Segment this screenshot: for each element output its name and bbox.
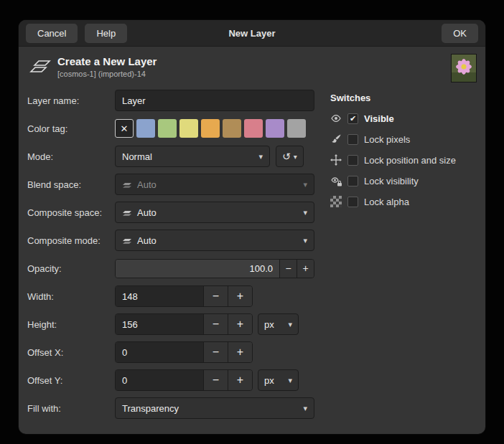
height-label: Height: xyxy=(27,319,115,330)
size-unit-dropdown[interactable]: px ▾ xyxy=(258,313,299,335)
composite-mode-dropdown[interactable]: Auto ▾ xyxy=(115,230,314,251)
chevron-down-icon: ▾ xyxy=(297,404,307,413)
layer-name-row: Layer name: xyxy=(27,90,320,111)
header-subtitle: [cosmos-1] (imported)-14 xyxy=(57,70,157,78)
header-title: Create a New Layer xyxy=(57,54,157,67)
height-increment-button[interactable]: + xyxy=(228,314,252,334)
lock-position-checkbox[interactable] xyxy=(347,155,358,166)
opacity-label: Opacity: xyxy=(27,263,115,274)
width-decrement-button[interactable]: − xyxy=(203,286,228,306)
offset-y-increment-button[interactable]: + xyxy=(228,370,252,390)
lock-visibility-checkbox[interactable] xyxy=(347,176,358,186)
lock-pixels-label: Lock pixels xyxy=(364,134,410,145)
switch-lock-alpha: Lock alpha xyxy=(330,196,477,207)
composite-space-label: Composite space: xyxy=(27,207,115,218)
mode-reset-button[interactable]: ↺ ▾ xyxy=(276,146,304,167)
offset-y-label: Offset Y: xyxy=(27,375,115,386)
color-tag-brown[interactable] xyxy=(223,119,241,138)
fill-with-value: Transparency xyxy=(122,403,179,414)
opacity-decrement-button[interactable]: − xyxy=(279,260,297,278)
ok-button[interactable]: OK xyxy=(442,24,478,43)
color-tag-blue[interactable] xyxy=(136,119,155,138)
switches-heading: Switches xyxy=(330,93,477,103)
visible-label: Visible xyxy=(364,113,394,124)
composite-space-value: Auto xyxy=(137,207,157,218)
titlebar: Cancel Help New Layer OK xyxy=(19,20,485,47)
lock-alpha-label: Lock alpha xyxy=(364,197,409,207)
color-tag-green[interactable] xyxy=(158,119,177,138)
mode-label: Mode: xyxy=(27,151,115,162)
offset-x-input[interactable]: 0 xyxy=(116,342,203,362)
blend-space-label: Blend space: xyxy=(27,179,115,190)
mode-row: Mode: Normal ▾ ↺ ▾ xyxy=(27,146,320,167)
reset-icon: ↺ xyxy=(282,151,291,162)
height-input[interactable]: 156 xyxy=(116,314,203,334)
blend-space-value: Auto xyxy=(137,179,157,190)
width-increment-button[interactable]: + xyxy=(228,286,252,306)
offset-y-decrement-button[interactable]: − xyxy=(203,370,228,390)
offset-x-label: Offset X: xyxy=(27,347,115,358)
new-layer-dialog: Cancel Help New Layer OK Create a New La… xyxy=(19,20,485,434)
lock-position-label: Lock position and size xyxy=(364,155,456,166)
lock-pixels-checkbox[interactable] xyxy=(347,134,358,145)
opacity-slider: 100.0 − + xyxy=(115,259,314,278)
checkerboard-icon xyxy=(330,196,342,207)
image-thumbnail xyxy=(451,54,477,82)
layer-mini-icon xyxy=(122,180,132,189)
switch-visible: ✔ Visible xyxy=(330,113,477,124)
offset-unit-dropdown[interactable]: px ▾ xyxy=(258,369,299,391)
chevron-down-icon: ▾ xyxy=(297,180,307,189)
color-tag-swatches: ✕ xyxy=(115,119,306,138)
opacity-increment-button[interactable]: + xyxy=(297,260,314,278)
blend-space-row: Blend space: Auto ▾ xyxy=(27,174,320,195)
width-row: Width: 148 − + xyxy=(27,285,320,307)
form-column: Layer name: Color tag: ✕ xyxy=(27,90,320,425)
offset-x-stepper: 0 − + xyxy=(115,341,253,363)
height-stepper: 156 − + xyxy=(115,313,253,335)
chevron-down-icon: ▾ xyxy=(297,236,307,245)
fill-with-label: Fill with: xyxy=(27,403,115,414)
color-tag-label: Color tag: xyxy=(27,123,115,134)
dialog-body: Layer name: Color tag: ✕ xyxy=(27,90,477,425)
composite-mode-row: Composite mode: Auto ▾ xyxy=(27,230,320,251)
height-row: Height: 156 − + px ▾ xyxy=(27,313,320,335)
composite-mode-label: Composite mode: xyxy=(27,235,115,246)
color-tag-yellow[interactable] xyxy=(179,119,198,138)
cancel-button[interactable]: Cancel xyxy=(26,24,78,43)
color-tag-violet[interactable] xyxy=(266,119,284,138)
offset-x-decrement-button[interactable]: − xyxy=(203,342,228,362)
lock-alpha-checkbox[interactable] xyxy=(347,197,358,207)
composite-mode-value: Auto xyxy=(137,235,157,246)
layer-name-input[interactable] xyxy=(115,90,314,111)
help-button[interactable]: Help xyxy=(85,24,127,43)
layer-mini-icon xyxy=(122,236,132,245)
color-tag-orange[interactable] xyxy=(201,119,220,138)
color-tag-none[interactable]: ✕ xyxy=(115,119,134,138)
new-layer-icon xyxy=(29,57,52,81)
width-input[interactable]: 148 xyxy=(116,286,203,306)
opacity-slider-track[interactable]: 100.0 xyxy=(116,260,279,278)
layer-mini-icon xyxy=(122,208,132,217)
color-tag-red[interactable] xyxy=(244,119,263,138)
visible-checkbox[interactable]: ✔ xyxy=(347,113,358,124)
height-decrement-button[interactable]: − xyxy=(203,314,228,334)
chevron-down-icon: ▾ xyxy=(282,320,292,329)
composite-space-dropdown[interactable]: Auto ▾ xyxy=(115,202,314,223)
color-tag-gray[interactable] xyxy=(287,119,306,138)
layer-name-label: Layer name: xyxy=(27,95,115,106)
width-label: Width: xyxy=(27,291,115,302)
offset-y-input[interactable]: 0 xyxy=(116,370,203,390)
dialog-content: Create a New Layer [cosmos-1] (imported)… xyxy=(19,47,485,425)
chevron-down-icon: ▾ xyxy=(294,153,297,161)
composite-space-row: Composite space: Auto ▾ xyxy=(27,202,320,223)
offset-y-stepper: 0 − + xyxy=(115,369,253,391)
switch-lock-visibility: Lock visibility xyxy=(330,175,477,186)
fill-with-dropdown[interactable]: Transparency ▾ xyxy=(115,397,314,419)
opacity-value: 100.0 xyxy=(249,263,273,274)
chevron-down-icon: ▾ xyxy=(282,376,292,385)
mode-value: Normal xyxy=(122,151,152,162)
offset-x-increment-button[interactable]: + xyxy=(228,342,252,362)
paintbrush-icon xyxy=(330,133,342,145)
color-tag-row: Color tag: ✕ xyxy=(27,118,320,139)
mode-dropdown[interactable]: Normal ▾ xyxy=(115,146,270,167)
